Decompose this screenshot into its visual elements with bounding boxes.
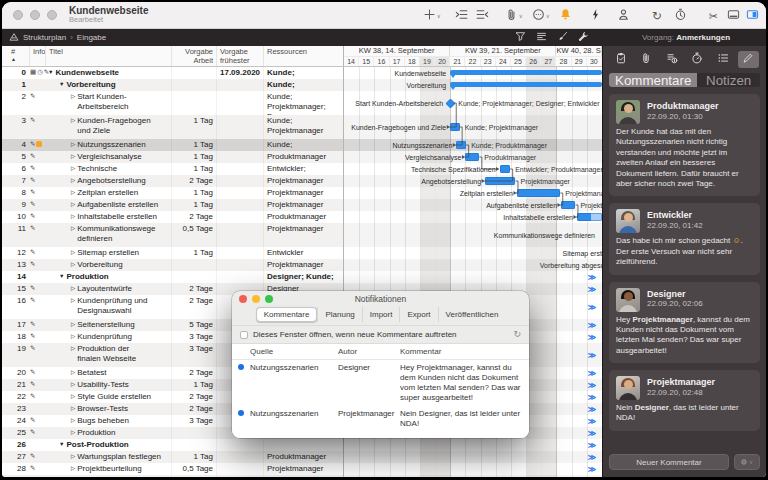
table-row[interactable]: 10✎▷Inhaltstabelle erstellen2 TageProduk… bbox=[2, 211, 343, 223]
notifications-tab-veröffentlichen[interactable]: Veröffentlichen bbox=[438, 307, 506, 322]
zoom-button[interactable] bbox=[47, 10, 57, 20]
disclosure-closed-icon[interactable]: ▷ bbox=[71, 116, 75, 139]
disclosure-closed-icon[interactable]: ▷ bbox=[71, 332, 75, 343]
table-row[interactable]: 28✎▷Projektbeurteilung0,5 TageProjektman… bbox=[2, 463, 343, 475]
outdent-button[interactable] bbox=[476, 8, 489, 24]
table-row[interactable]: 27✎▷Wartungsplan festlegen1 TagProduktma… bbox=[2, 451, 343, 463]
disclosure-closed-icon[interactable]: ▷ bbox=[71, 284, 75, 295]
disclosure-closed-icon[interactable]: ▷ bbox=[71, 248, 75, 259]
gantt-continuation-icon[interactable]: ≫ bbox=[588, 441, 595, 450]
table-row[interactable]: 6✎▷Technische Spezifikationen1 TagEntwic… bbox=[2, 163, 343, 175]
disclosure-closed-icon[interactable]: ▷ bbox=[71, 260, 75, 271]
disclosure-closed-icon[interactable]: ▷ bbox=[71, 164, 75, 175]
gantt-continuation-icon[interactable]: ≫ bbox=[588, 465, 595, 474]
zoom-button[interactable] bbox=[265, 295, 273, 303]
column-header-start[interactable]: Vorgabe frühester Start bbox=[217, 46, 264, 66]
column-header-titel[interactable]: Titel bbox=[46, 46, 172, 66]
disclosure-closed-icon[interactable]: ▷ bbox=[71, 380, 75, 391]
table-row[interactable]: 14▼ProduktionDesigner; Kunde; E… bbox=[2, 271, 343, 283]
table-row[interactable]: 29✎▷Finale Präsentation0,5 TageKunde; Pr… bbox=[2, 475, 343, 477]
attachment-button[interactable] bbox=[636, 51, 657, 68]
notifications-tab-kommentare[interactable]: Kommentare bbox=[256, 307, 318, 322]
indent-button[interactable] bbox=[455, 8, 468, 24]
add-button[interactable]: ∨ bbox=[423, 8, 441, 24]
table-row[interactable]: 0▦◷✎▼Kundenwebseite17.09.2020Kunde; Proj… bbox=[2, 67, 343, 79]
gantt-bar[interactable] bbox=[450, 123, 459, 131]
table-row[interactable]: 11✎▷Kommunikationswege definieren0,5 Tag… bbox=[2, 223, 343, 247]
conflict-bolt-button[interactable] bbox=[589, 8, 602, 24]
minimize-button[interactable] bbox=[252, 295, 260, 303]
table-row[interactable]: 13✎▷Vorbereitung abgeschlossenProjektman… bbox=[2, 259, 343, 271]
inspector-tab-notizen[interactable]: Notizen bbox=[697, 73, 760, 87]
gantt-continuation-icon[interactable]: ≫ bbox=[588, 285, 595, 294]
disclosure-closed-icon[interactable]: ▷ bbox=[71, 320, 75, 331]
table-row[interactable]: 2✎▷Start Kunden-ArbeitsbereichKunde; Pro… bbox=[2, 91, 343, 115]
panel-right-button[interactable] bbox=[746, 8, 759, 24]
close-button[interactable] bbox=[239, 295, 247, 303]
column-header-num[interactable]: #▲ bbox=[2, 46, 30, 66]
refresh-icon[interactable]: ↻ bbox=[513, 330, 521, 339]
gantt-continuation-icon[interactable]: ≫ bbox=[588, 417, 595, 426]
gantt-continuation-icon[interactable]: ≫ bbox=[588, 405, 595, 414]
open-window-checkbox[interactable] bbox=[240, 331, 248, 339]
gantt-summary-bar[interactable] bbox=[450, 82, 602, 87]
disclosure-closed-icon[interactable]: ▷ bbox=[71, 176, 75, 187]
resource-cost-button[interactable] bbox=[661, 51, 682, 68]
stopwatch-button[interactable] bbox=[687, 51, 708, 68]
notifications-tab-export[interactable]: Export bbox=[399, 307, 437, 322]
notifications-tab-planung[interactable]: Planung bbox=[317, 307, 361, 322]
disclosure-open-icon[interactable]: ▼ bbox=[59, 440, 64, 451]
column-header-work[interactable]: Vorgabe Arbeit bbox=[172, 46, 217, 66]
disclosure-closed-icon[interactable]: ▷ bbox=[71, 416, 75, 427]
column-header-info[interactable]: Info bbox=[30, 46, 46, 66]
disclosure-closed-icon[interactable]: ▷ bbox=[71, 92, 75, 115]
table-row[interactable]: 1▼VorbereitungKunde; Projektman… bbox=[2, 79, 343, 91]
gantt-summary-bar[interactable] bbox=[450, 70, 602, 75]
close-button[interactable] bbox=[13, 10, 23, 20]
gantt-bar[interactable] bbox=[485, 177, 515, 185]
gantt-continuation-icon[interactable]: ≫ bbox=[588, 393, 595, 402]
notifications-bell-button[interactable] bbox=[559, 8, 572, 24]
funnel-button[interactable] bbox=[515, 30, 526, 45]
gantt-bar[interactable] bbox=[465, 153, 479, 161]
disclosure-closed-icon[interactable]: ▷ bbox=[71, 464, 75, 475]
paintbrush-button[interactable] bbox=[557, 30, 568, 45]
table-row[interactable]: 9✎▷Aufgabenliste erstellen1 TagProjektma… bbox=[2, 199, 343, 211]
gantt-continuation-icon[interactable]: ≫ bbox=[588, 453, 595, 462]
disclosure-closed-icon[interactable]: ▷ bbox=[71, 404, 75, 415]
list-options-button[interactable] bbox=[712, 51, 733, 68]
table-row[interactable]: 4✎▷Nutzungsszenarien1 TagKunde; Produktm… bbox=[2, 139, 343, 151]
panel-bottom-button[interactable] bbox=[727, 8, 740, 24]
breadcrumb-item[interactable]: Strukturplan bbox=[23, 33, 66, 42]
disclosure-closed-icon[interactable]: ▷ bbox=[71, 188, 75, 199]
wrench-button[interactable] bbox=[578, 30, 589, 45]
history-clock-button[interactable] bbox=[674, 8, 687, 24]
disclosure-closed-icon[interactable]: ▷ bbox=[71, 344, 75, 367]
gantt-bar[interactable] bbox=[561, 201, 575, 209]
disclosure-closed-icon[interactable]: ▷ bbox=[71, 452, 75, 463]
gantt-continuation-icon[interactable]: ≫ bbox=[588, 477, 595, 478]
gantt-continuation-icon[interactable]: ≫ bbox=[588, 321, 595, 330]
notifications-tab-import[interactable]: Import bbox=[362, 307, 400, 322]
comment-options-button[interactable]: ∨ bbox=[734, 454, 760, 470]
clipboard-check-button[interactable] bbox=[610, 51, 631, 68]
gantt-bar[interactable] bbox=[577, 213, 602, 221]
disclosure-closed-icon[interactable]: ▷ bbox=[71, 224, 75, 247]
gantt-continuation-icon[interactable]: ≫ bbox=[588, 351, 595, 360]
gantt-continuation-icon[interactable]: ≫ bbox=[588, 429, 595, 438]
table-row[interactable]: 12✎▷Sitemap erstellen1 TagEntwickler bbox=[2, 247, 343, 259]
gantt-continuation-icon[interactable]: ≫ bbox=[588, 381, 595, 390]
gantt-continuation-icon[interactable]: ≫ bbox=[588, 333, 595, 342]
disclosure-open-icon[interactable]: ▼ bbox=[59, 272, 64, 283]
more-actions-button[interactable]: ∨ bbox=[532, 8, 550, 24]
comment-note-icon[interactable] bbox=[36, 141, 42, 147]
breadcrumb-item[interactable]: Eingabe bbox=[77, 33, 106, 42]
disclosure-closed-icon[interactable]: ▷ bbox=[71, 476, 75, 477]
gantt-continuation-icon[interactable]: ≫ bbox=[588, 303, 595, 312]
gantt-bar[interactable] bbox=[456, 141, 466, 149]
format-text-button[interactable] bbox=[536, 30, 547, 45]
disclosure-closed-icon[interactable]: ▷ bbox=[71, 152, 75, 163]
disclosure-closed-icon[interactable]: ▷ bbox=[71, 428, 75, 439]
sync-refresh-button[interactable]: ↻ bbox=[652, 8, 662, 23]
table-row[interactable]: 7✎▷Angebotserstellung2 TageProjektmanage… bbox=[2, 175, 343, 187]
